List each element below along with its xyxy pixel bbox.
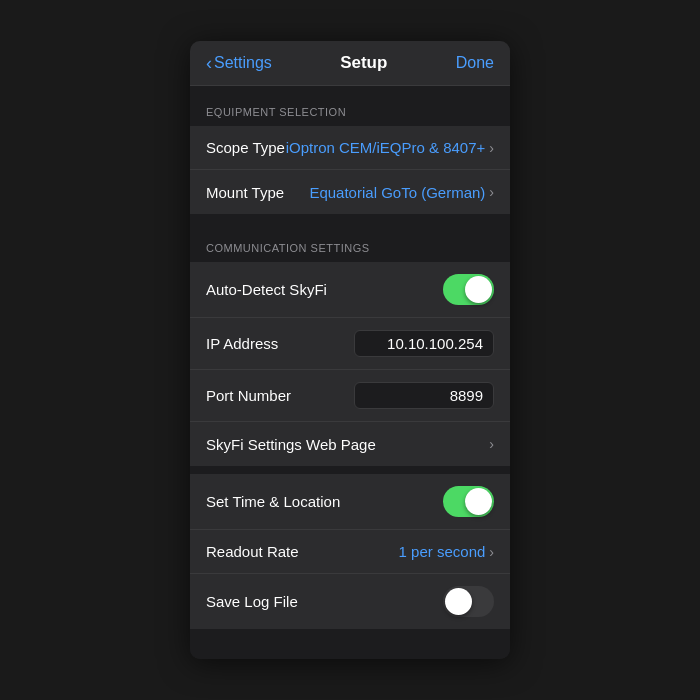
set-time-location-row: Set Time & Location — [190, 474, 510, 530]
skyfi-settings-value: › — [485, 436, 494, 452]
mount-type-label: Mount Type — [206, 184, 284, 201]
ip-address-input[interactable] — [354, 330, 494, 357]
set-time-location-toggle[interactable] — [443, 486, 494, 517]
mount-type-chevron-icon: › — [489, 184, 494, 200]
scope-type-chevron-icon: › — [489, 140, 494, 156]
ip-address-row: IP Address — [190, 318, 510, 370]
scope-type-label: Scope Type — [206, 139, 285, 156]
scope-type-value: iOptron CEM/iEQPro & 8407+ › — [286, 139, 494, 156]
mount-type-value: Equatorial GoTo (German) › — [309, 184, 494, 201]
readout-rate-row[interactable]: Readout Rate 1 per second › — [190, 530, 510, 574]
skyfi-settings-row[interactable]: SkyFi Settings Web Page › — [190, 422, 510, 466]
back-button[interactable]: ‹ Settings — [206, 54, 272, 72]
auto-detect-row: Auto-Detect SkyFi — [190, 262, 510, 318]
spacer-1 — [190, 214, 510, 222]
back-label: Settings — [214, 54, 272, 72]
set-time-location-label: Set Time & Location — [206, 493, 340, 510]
spacer-2 — [190, 466, 510, 474]
extra-list: Set Time & Location Readout Rate 1 per s… — [190, 474, 510, 629]
port-number-row: Port Number — [190, 370, 510, 422]
equipment-section-header: EQUIPMENT SELECTION — [190, 86, 510, 126]
nav-title: Setup — [340, 53, 387, 73]
readout-rate-value: 1 per second › — [399, 543, 494, 560]
communication-list: Auto-Detect SkyFi IP Address Port Number… — [190, 262, 510, 466]
auto-detect-toggle-thumb — [465, 276, 492, 303]
equipment-section-label: EQUIPMENT SELECTION — [206, 106, 346, 118]
save-log-file-label: Save Log File — [206, 593, 298, 610]
save-log-file-toggle[interactable] — [443, 586, 494, 617]
auto-detect-label: Auto-Detect SkyFi — [206, 281, 327, 298]
auto-detect-toggle[interactable] — [443, 274, 494, 305]
port-number-label: Port Number — [206, 387, 291, 404]
mount-type-row[interactable]: Mount Type Equatorial GoTo (German) › — [190, 170, 510, 214]
footer-space — [190, 629, 510, 659]
readout-rate-chevron-icon: › — [489, 544, 494, 560]
done-button[interactable]: Done — [456, 54, 494, 72]
scope-type-row[interactable]: Scope Type iOptron CEM/iEQPro & 8407+ › — [190, 126, 510, 170]
skyfi-settings-chevron-icon: › — [489, 436, 494, 452]
port-number-input[interactable] — [354, 382, 494, 409]
back-chevron-icon: ‹ — [206, 54, 212, 72]
ip-address-label: IP Address — [206, 335, 278, 352]
phone-container: ‹ Settings Setup Done EQUIPMENT SELECTIO… — [190, 41, 510, 659]
equipment-list: Scope Type iOptron CEM/iEQPro & 8407+ › … — [190, 126, 510, 214]
skyfi-settings-label: SkyFi Settings Web Page — [206, 436, 376, 453]
save-log-file-toggle-thumb — [445, 588, 472, 615]
readout-rate-label: Readout Rate — [206, 543, 299, 560]
communication-section-label: COMMUNICATION SETTINGS — [206, 242, 370, 254]
set-time-location-toggle-thumb — [465, 488, 492, 515]
communication-section-header: COMMUNICATION SETTINGS — [190, 222, 510, 262]
save-log-file-row: Save Log File — [190, 574, 510, 629]
nav-bar: ‹ Settings Setup Done — [190, 41, 510, 86]
